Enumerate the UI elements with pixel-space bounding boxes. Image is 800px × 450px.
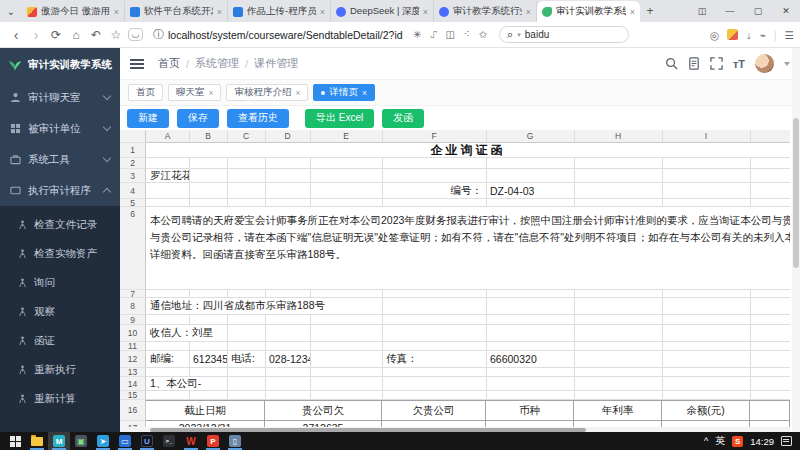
search-engine-caret-icon[interactable]: ▾: [517, 31, 521, 39]
taskbar-file-explorer[interactable]: [26, 432, 48, 450]
tab-close-icon[interactable]: ×: [526, 7, 531, 17]
browser-tab-4[interactable]: DeepSeek | 深度求索 ×: [331, 1, 434, 22]
send-letter-button[interactable]: 发函: [382, 109, 424, 128]
sheet-row-4[interactable]: 4 编号： DZ-04-03: [120, 183, 790, 199]
taskbar-telegram[interactable]: ➤: [92, 432, 114, 450]
taskbar-wps-presentation[interactable]: P: [202, 432, 224, 450]
avatar[interactable]: [755, 54, 774, 73]
taskbar-typora[interactable]: U: [136, 432, 158, 450]
sheet-row-12[interactable]: 12 邮编: 612345 电话: 028-12345 传真： 66600320: [120, 351, 790, 368]
menu-icon[interactable]: ☰: [785, 29, 794, 41]
row-number[interactable]: 14: [120, 377, 146, 391]
row-number[interactable]: 13: [120, 368, 146, 377]
browser-tab-2[interactable]: 软件平台系统开发 AP ×: [125, 1, 228, 22]
sheet-row-9[interactable]: 9: [120, 315, 790, 325]
browser-tab-active[interactable]: 审计实训教学系统 ×: [537, 1, 640, 22]
tab-list-chevron-icon[interactable]: ⌄: [0, 0, 22, 22]
tab-close-icon[interactable]: ×: [423, 7, 428, 17]
start-button[interactable]: [4, 432, 26, 450]
submenu-item-check-file-records[interactable]: 检查文件记录: [0, 210, 120, 239]
breadcrumb-courseware[interactable]: 课件管理: [254, 56, 298, 71]
notes-icon[interactable]: [727, 29, 738, 40]
sheet-row-7[interactable]: 7: [120, 290, 790, 298]
tag-review-procedure-intro[interactable]: 审核程序介绍 ×: [226, 84, 308, 101]
col-header[interactable]: C: [227, 130, 265, 142]
tag-detail-page-active[interactable]: 详情页 ×: [313, 84, 374, 101]
sidebar-collapse-icon[interactable]: [130, 59, 144, 69]
col-header[interactable]: F: [382, 130, 486, 142]
row-number[interactable]: 3: [120, 169, 146, 183]
save-button[interactable]: 保存: [177, 109, 219, 128]
tray-chevron-icon[interactable]: ^: [704, 436, 708, 446]
row-number[interactable]: 9: [120, 315, 146, 325]
taskbar-display-settings[interactable]: ▣: [70, 432, 92, 450]
reader-mode-icon[interactable]: ⑀: [430, 29, 436, 40]
browser-tab-1[interactable]: 傲游今日 傲游用户专 ×: [22, 1, 125, 22]
close-icon[interactable]: ✕: [772, 0, 800, 22]
row-number[interactable]: 1: [120, 143, 146, 158]
new-tab-button[interactable]: +: [640, 0, 660, 22]
site-info-icon[interactable]: ⓘ: [153, 27, 164, 42]
tag-chatroom[interactable]: 聊天室 ×: [168, 84, 221, 101]
back-icon[interactable]: ‹: [6, 27, 26, 43]
favorite-star-icon[interactable]: ☆: [106, 28, 126, 42]
taskbar-maxthon-browser[interactable]: M: [48, 432, 70, 450]
breadcrumb-home[interactable]: 首页: [158, 56, 180, 71]
submenu-item-inquiry[interactable]: 询问: [0, 268, 120, 297]
sheet-row-6[interactable]: 6 本公司聘请的天府爱宝会计师事务所正在对本公司2023年度财务报表进行审计，按…: [120, 207, 790, 290]
home-icon[interactable]: ⌂: [66, 28, 86, 42]
tag-close-icon[interactable]: ×: [209, 88, 214, 98]
row-number[interactable]: 16: [120, 400, 146, 421]
taskbar-wps-writer[interactable]: W: [180, 432, 202, 450]
new-button[interactable]: 新建: [127, 109, 169, 128]
notification-center-icon[interactable]: [781, 436, 792, 446]
export-excel-button[interactable]: 导出 Excel: [305, 109, 374, 128]
row-number[interactable]: 11: [120, 342, 146, 351]
tray-s-badge-icon[interactable]: S: [732, 436, 743, 447]
browser-tab-3[interactable]: 作品上传-程序员客栈 ×: [228, 1, 331, 22]
sheet-row-2[interactable]: 2: [120, 158, 790, 169]
sheet-row-13[interactable]: 13: [120, 368, 790, 377]
sidebar-item-system-tools[interactable]: 系统工具: [0, 144, 120, 175]
sidebar-item-audited-units[interactable]: 被审计单位: [0, 113, 120, 144]
passkeeper-icon[interactable]: ⌁: [760, 29, 766, 41]
col-header[interactable]: G: [486, 130, 574, 142]
tag-close-icon[interactable]: ×: [295, 88, 300, 98]
split-view-icon[interactable]: ◫: [445, 29, 454, 40]
refresh-icon[interactable]: ⟳: [46, 28, 66, 42]
col-header[interactable]: E: [310, 130, 382, 142]
sidebar-item-chatroom[interactable]: 审计聊天室: [0, 82, 120, 113]
row-number[interactable]: 6: [120, 207, 146, 290]
row-number[interactable]: 10: [120, 325, 146, 342]
search-icon[interactable]: [665, 57, 678, 70]
row-number[interactable]: 12: [120, 351, 146, 368]
sheet-row-1[interactable]: 1 企业询证函: [120, 143, 790, 158]
tab-close-icon[interactable]: ×: [630, 7, 635, 17]
translate-icon[interactable]: ✳: [413, 29, 421, 40]
maximize-icon[interactable]: ▢: [744, 0, 772, 22]
submenu-item-check-physical-assets[interactable]: 检查实物资产: [0, 239, 120, 268]
sheet-row-14[interactable]: 14 1、本公司-: [120, 377, 790, 391]
search-input[interactable]: ⌕ ▾ baidu: [499, 26, 629, 43]
document-icon[interactable]: [688, 57, 700, 70]
undo-icon[interactable]: ↶: [86, 28, 106, 42]
taskbar-notebook[interactable]: ▯: [224, 432, 246, 450]
sheet-row-15[interactable]: 15: [120, 391, 790, 400]
sheet-row-5[interactable]: 5: [120, 199, 790, 207]
row-number[interactable]: 7: [120, 290, 146, 298]
tag-home[interactable]: 首页: [128, 84, 163, 101]
corner-cell[interactable]: [120, 130, 146, 143]
split-screen-icon[interactable]: ◫: [688, 0, 716, 22]
breadcrumb-system[interactable]: 系统管理: [195, 56, 239, 71]
paw-extension-icon[interactable]: ⁖: [464, 29, 470, 40]
vertical-scrollbar-thumb[interactable]: [793, 118, 799, 268]
submenu-item-confirmation[interactable]: 函证: [0, 326, 120, 355]
horizontal-scrollbar-thumb[interactable]: [150, 428, 586, 432]
submenu-item-observation[interactable]: 观察: [0, 297, 120, 326]
tab-close-icon[interactable]: ×: [217, 7, 222, 17]
screenshot-icon[interactable]: ◎: [710, 29, 719, 41]
sheet-row-3[interactable]: 3 罗江花花锁: [120, 169, 790, 183]
sheet-row-16[interactable]: 16 截止日期 贵公司欠 欠贵公司 币种 年利率 余额(元): [120, 400, 790, 421]
row-number[interactable]: 2: [120, 158, 146, 169]
favorite-settings-icon[interactable]: ✩: [479, 29, 487, 40]
